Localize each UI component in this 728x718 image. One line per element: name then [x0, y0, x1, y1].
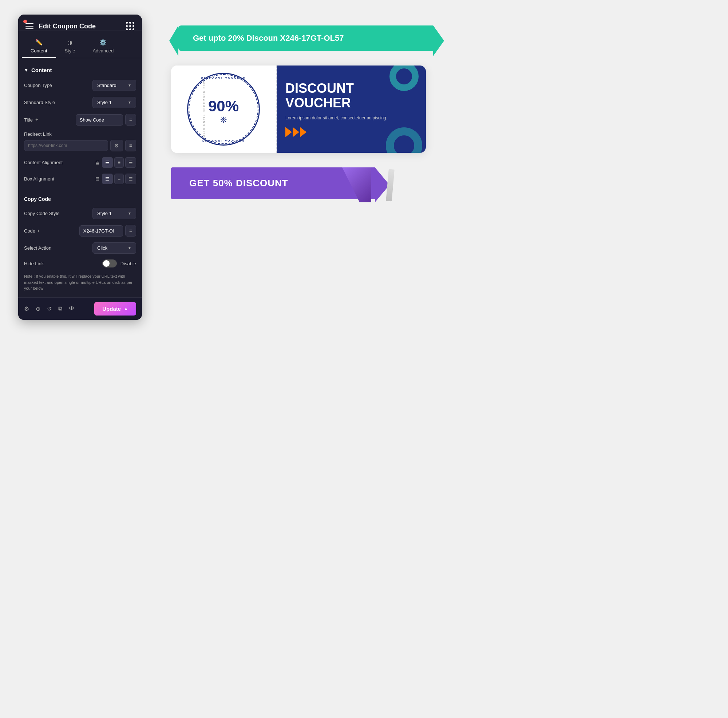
voucher-stamp-container: DISCOUNT VOUCHER 90% ❊ DISCOUNT VOUCHER: [187, 73, 260, 145]
eye-bottom-icon[interactable]: 👁: [69, 306, 75, 312]
code-control: ≡: [80, 225, 136, 237]
box-alignment-monitor-icon: 🖥: [94, 176, 100, 182]
panel-header: Edit Coupon Code: [18, 15, 142, 31]
box-align-right-btn[interactable]: ☰: [125, 174, 136, 184]
title-row: Title ✦ ≡: [24, 114, 136, 125]
layers-bottom-icon[interactable]: ⊕: [36, 306, 40, 312]
panel-bottom: ⚙ ⊕ ↺ ⧉ 👁 Update ▲: [18, 297, 142, 320]
box-align-left-btn[interactable]: ☰: [102, 174, 113, 184]
stamp-bottom-text: DISCOUNT VOUCHER: [202, 139, 245, 142]
box-alignment-btns: ☰ ≡ ☰: [102, 174, 136, 184]
settings-bottom-icon[interactable]: ⚙: [24, 306, 29, 312]
content-alignment-row: Content Alignment 🖥 ☰ ≡ ☰: [24, 157, 136, 168]
stamp-top-text: DISCOUNT VOUCHER: [201, 76, 246, 79]
content-tab-label: Content: [31, 48, 47, 53]
bottom-icons: ⚙ ⊕ ↺ ⧉ 👁: [24, 306, 75, 312]
advanced-tab-icon: ⚙️: [99, 39, 107, 46]
title-input[interactable]: [76, 114, 123, 125]
coupon-type-dropdown[interactable]: Standard ▼: [92, 80, 136, 91]
code-input[interactable]: [80, 225, 123, 237]
coupon-type-control: Standard ▼: [92, 80, 136, 91]
voucher-right: DISCOUNT VOUCHER Lorem ipsum dolor sit a…: [277, 66, 426, 153]
align-left-btn[interactable]: ☰: [102, 157, 113, 168]
content-section-header: ▼ Content: [24, 67, 136, 73]
voucher-card: VALID UNTIL DECEMBER 2021 DISCOUNT VOUCH…: [171, 66, 426, 153]
select-action-label: Select Action: [24, 245, 64, 251]
hide-link-label: Hide Link: [24, 261, 64, 266]
box-alignment-control: 🖥 ☰ ≡ ☰: [94, 174, 136, 184]
main-container: Edit Coupon Code ✏️ Content ◑ Style ⚙️ A…: [18, 15, 710, 320]
green-banner-wrap: Get upto 20% Discoun X246-17GT-OL57: [164, 26, 695, 51]
coupon-type-row: Coupon Type Standard ▼: [24, 80, 136, 91]
history-bottom-icon[interactable]: ↺: [47, 306, 52, 312]
purple-banner-text: GET 50% DISCOUNT: [189, 177, 288, 189]
panel-content: ▼ Content Coupon Type Standard ▼ Standar…: [18, 58, 142, 297]
window-dot: [23, 20, 27, 23]
select-action-value: Click: [97, 245, 107, 251]
style-tab-label: Style: [65, 48, 75, 53]
purple-banner: GET 50% DISCOUNT: [171, 167, 375, 199]
box-alignment-label: Box Alignment: [24, 176, 64, 182]
code-stack-btn[interactable]: ≡: [125, 225, 136, 237]
redirect-link-label: Redirect Link: [24, 131, 136, 137]
coupon-type-label: Coupon Type: [24, 82, 64, 88]
redirect-link-input[interactable]: [24, 140, 108, 151]
standard-style-value: Style 1: [97, 100, 112, 105]
hide-link-toggle-container: Disable: [102, 260, 136, 267]
tab-advanced[interactable]: ⚙️ Advanced: [84, 35, 122, 58]
content-tab-icon: ✏️: [35, 39, 43, 46]
advanced-tab-label: Advanced: [92, 48, 113, 53]
voucher-left: VALID UNTIL DECEMBER 2021 DISCOUNT VOUCH…: [171, 66, 277, 153]
code-row: Code ✦ ≡: [24, 225, 136, 237]
purple-banner-wrap: GET 50% DISCOUNT: [171, 167, 375, 199]
voucher-title-line2: VOUCHER: [285, 96, 417, 110]
align-center-btn[interactable]: ≡: [114, 157, 124, 168]
voucher-sub-text: Lorem ipsum dolor sit amet, consectetuer…: [285, 115, 417, 121]
redirect-link-row: Redirect Link ⚙ ≡: [24, 131, 136, 151]
green-banner-text: Get upto 20% Discoun X246-17GT-OL57: [193, 34, 344, 43]
style-tab-icon: ◑: [67, 39, 72, 46]
update-button-label: Update: [102, 306, 121, 312]
copy-code-style-value: Style 1: [97, 211, 112, 216]
title-stack-btn[interactable]: ≡: [125, 114, 136, 125]
copy-code-style-chevron: ▼: [128, 211, 132, 215]
update-button[interactable]: Update ▲: [94, 302, 136, 316]
coupon-type-value: Standard: [97, 82, 116, 88]
content-alignment-label: Content Alignment: [24, 160, 64, 165]
copy-code-style-control: Style 1 ▼: [92, 208, 136, 219]
redirect-stack-btn[interactable]: ≡: [125, 140, 136, 151]
content-alignment-control: 🖥 ☰ ≡ ☰: [94, 157, 136, 168]
standard-style-label: Standard Style: [24, 100, 64, 105]
align-right-btn[interactable]: ☰: [125, 157, 136, 168]
title-label: Title ✦: [24, 117, 64, 123]
panel-title: Edit Coupon Code: [38, 23, 96, 30]
section-arrow-icon: ▼: [24, 68, 28, 73]
title-ai-icon: ✦: [35, 117, 38, 122]
hide-link-toggle-label: Disable: [121, 261, 136, 266]
tab-style[interactable]: ◑ Style: [56, 35, 84, 58]
content-alignment-monitor-icon: 🖥: [94, 159, 100, 166]
select-action-dropdown[interactable]: Click ▼: [92, 242, 136, 254]
copy-code-label: Copy Code: [24, 196, 136, 202]
grid-dots-icon[interactable]: [126, 22, 135, 31]
hamburger-icon[interactable]: [26, 23, 34, 29]
update-chevron-icon: ▲: [124, 306, 128, 311]
right-panel: Get upto 20% Discoun X246-17GT-OL57 VALI…: [142, 15, 710, 210]
select-action-row: Select Action Click ▼: [24, 242, 136, 254]
hide-link-toggle[interactable]: [102, 260, 117, 267]
select-action-control: Click ▼: [92, 242, 136, 254]
purple-deco: [342, 167, 371, 202]
panel-header-left: Edit Coupon Code: [26, 23, 96, 30]
left-panel: Edit Coupon Code ✏️ Content ◑ Style ⚙️ A…: [18, 15, 142, 320]
standard-style-dropdown[interactable]: Style 1 ▼: [92, 97, 136, 108]
redirect-gear-btn[interactable]: ⚙: [110, 140, 123, 151]
box-align-center-btn[interactable]: ≡: [114, 174, 124, 184]
select-action-chevron: ▼: [128, 246, 132, 250]
code-ai-icon: ✦: [37, 229, 40, 234]
copy-code-style-row: Copy Code Style Style 1 ▼: [24, 208, 136, 219]
copy-bottom-icon[interactable]: ⧉: [58, 306, 62, 312]
tab-content[interactable]: ✏️ Content: [22, 35, 56, 58]
copy-code-style-dropdown[interactable]: Style 1 ▼: [92, 208, 136, 219]
stamp-percent: 90%: [208, 99, 239, 114]
stamp-snowflake-icon: ❊: [220, 115, 227, 125]
